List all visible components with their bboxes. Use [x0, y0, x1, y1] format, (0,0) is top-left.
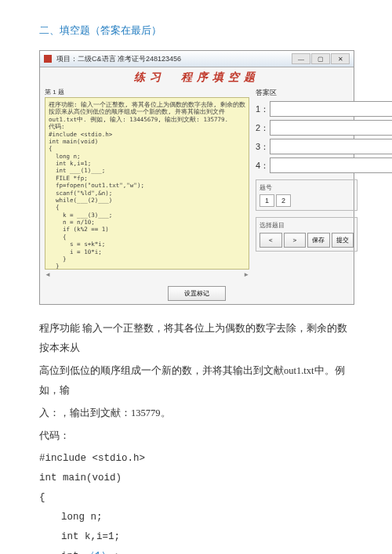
- titlebar: 项目：二级C&语言 准考证号248123456 — ▢ ✕: [40, 51, 354, 67]
- answer-3-input[interactable]: [270, 139, 392, 154]
- problem-line-1: 程序功能 输入一个正整数，将其各位上为偶数的数字去除，剩余的数按本来从: [39, 319, 353, 358]
- submit-button[interactable]: 提交: [332, 233, 354, 248]
- code-label: 代码：: [39, 426, 353, 446]
- problem-line-3: 入：，输出到文献：135779。: [39, 404, 353, 423]
- window-controls: — ▢ ✕: [292, 53, 350, 64]
- prev-button[interactable]: <: [260, 233, 282, 248]
- nav-group: 选择题目 < > 保存 提交: [256, 217, 358, 252]
- answer-4-label: 4：: [256, 160, 267, 172]
- tihao-label: 题号: [260, 183, 354, 192]
- blank-1: （1）: [85, 551, 111, 554]
- answer-4-input[interactable]: [270, 158, 392, 173]
- code-line-6: int （1）；: [39, 547, 353, 554]
- set-mark-button[interactable]: 设置标记: [168, 286, 226, 301]
- app-window: 项目：二级C&语言 准考证号248123456 — ▢ ✕ 练习 程序填空题 第…: [39, 50, 354, 305]
- code-line-3: {: [39, 488, 353, 508]
- code-line-1: #include <stdio.h>: [39, 449, 353, 469]
- window-title: 项目：二级C&语言 准考证号248123456: [56, 54, 181, 64]
- scroll-left-icon[interactable]: ◄: [45, 271, 51, 278]
- maximize-button[interactable]: ▢: [311, 53, 330, 64]
- scroll-right-icon[interactable]: ►: [243, 271, 249, 278]
- question-tab[interactable]: 第 1 题: [45, 88, 249, 96]
- answers-label: 答案区: [256, 88, 358, 98]
- problem-line-2: 高位到低位的顺序组成一个新的数，并将其输出到文献out1.txt中。例如，输: [39, 361, 353, 400]
- code-line-2: int main(void): [39, 469, 353, 488]
- minimize-button[interactable]: —: [292, 53, 310, 64]
- right-panel: 答案区 1： 2： 3： 4： 题号 1 2 选择题目 < >: [256, 88, 358, 278]
- scroll-arrows: ◄►: [45, 271, 249, 278]
- tihao-tab-1[interactable]: 1: [260, 194, 274, 207]
- code-line-5: int k,i=1;: [39, 527, 353, 547]
- answer-2-label: 2：: [256, 122, 267, 134]
- answer-2-input[interactable]: [270, 120, 392, 136]
- answer-3-label: 3：: [256, 141, 267, 153]
- code-panel: 程序功能: 输入一个正整数, 将其各位上为偶数的数字去除, 剩余的数 按原来从高…: [45, 97, 249, 270]
- nav-label: 选择题目: [260, 221, 354, 230]
- app-icon: [44, 55, 52, 63]
- answer-1-input[interactable]: [270, 101, 392, 117]
- code-line-4: long n;: [39, 508, 353, 527]
- section-title: 二、填空题（答案在最后）: [39, 24, 353, 38]
- answer-1-label: 1：: [256, 103, 267, 115]
- tihao-tab-2[interactable]: 2: [276, 194, 291, 207]
- app-heading: 练习 程序填空题: [40, 67, 354, 88]
- next-button[interactable]: >: [284, 233, 307, 248]
- save-button[interactable]: 保存: [307, 233, 330, 248]
- close-button[interactable]: ✕: [331, 53, 350, 64]
- tihao-group: 题号 1 2: [256, 179, 358, 211]
